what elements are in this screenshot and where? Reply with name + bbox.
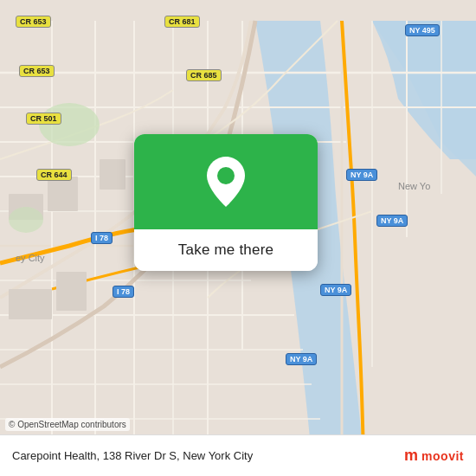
svg-rect-24	[100, 159, 125, 190]
take-me-there-button[interactable]: Take me there	[134, 229, 318, 271]
moovit-m-letter: m	[404, 447, 418, 465]
svg-text:ey City: ey City	[16, 253, 45, 263]
badge-i78-2: I 78	[113, 286, 134, 298]
bottom-bar: Carepoint Health, 138 River Dr S, New Yo…	[0, 434, 476, 476]
badge-ny9a-4: NY 9A	[286, 353, 317, 365]
moovit-wordmark: moovit	[421, 449, 464, 463]
badge-i78-1: I 78	[91, 232, 113, 244]
badge-ny9a-2: NY 9A	[376, 215, 408, 227]
svg-text:New Yo: New Yo	[398, 181, 430, 191]
svg-rect-26	[56, 272, 87, 311]
moovit-logo: m moovit	[404, 447, 464, 465]
svg-rect-23	[48, 177, 78, 211]
copyright-text: © OpenStreetMap contributors	[5, 418, 130, 431]
badge-ny9a-3: NY 9A	[320, 284, 351, 296]
badge-cr681: CR 681	[164, 16, 200, 28]
location-pin-icon	[207, 157, 245, 207]
badge-cr653-1: CR 653	[16, 16, 51, 28]
badge-ny495: NY 495	[405, 24, 440, 36]
svg-point-27	[39, 103, 100, 146]
popup-card: Take me there	[134, 134, 318, 271]
badge-cr644: CR 644	[36, 169, 72, 181]
svg-rect-25	[9, 289, 52, 319]
popup-green-area	[134, 134, 318, 229]
badge-ny9a-1: NY 9A	[346, 169, 377, 181]
badge-cr685: CR 685	[186, 69, 222, 81]
location-label: Carepoint Health, 138 River Dr S, New Yo…	[12, 449, 253, 462]
map-container: New Yo ey City CR 653 CR 681 CR 653 CR 6…	[0, 0, 476, 476]
svg-point-31	[217, 167, 235, 184]
svg-point-28	[9, 207, 43, 233]
badge-cr653-2: CR 653	[19, 65, 55, 77]
badge-cr501: CR 501	[26, 113, 61, 125]
